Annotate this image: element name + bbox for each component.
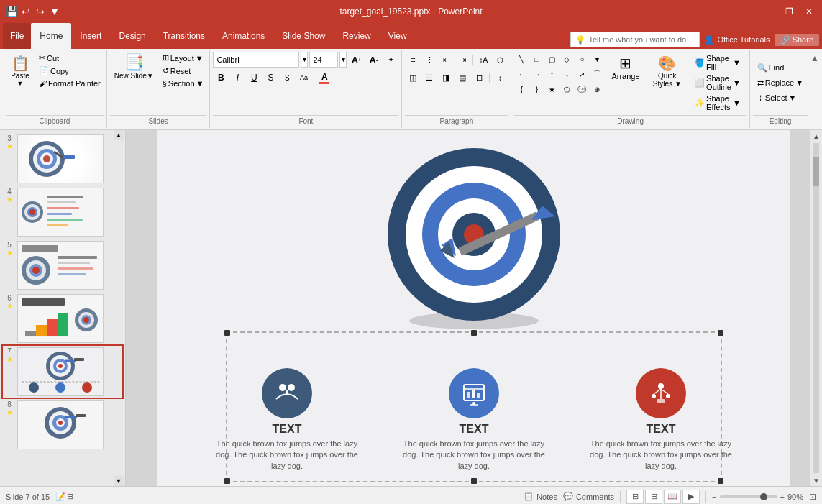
align-left-button[interactable]: ◫	[405, 70, 421, 86]
shape-arrow-right[interactable]: →	[529, 67, 544, 81]
slide-panel[interactable]: ▲ 3 ★ 4 ★	[0, 130, 126, 486]
minimize-button[interactable]: ─	[762, 4, 776, 19]
shape-brace-right[interactable]: }	[529, 82, 544, 96]
shape-star[interactable]: ★	[544, 82, 559, 96]
slide-item-5[interactable]: 5 ★	[3, 239, 122, 291]
line-spacing-button[interactable]: ↕	[492, 70, 508, 86]
slide-panel-scroll-up[interactable]: ▲	[114, 130, 124, 140]
layout-button[interactable]: ⊞ Layout ▼	[160, 52, 207, 64]
shape-diamond[interactable]: ◇	[560, 52, 574, 66]
decrease-font-button[interactable]: A-	[365, 52, 381, 68]
canvas-scroll-track[interactable]	[813, 143, 819, 473]
increase-font-button[interactable]: A+	[348, 52, 364, 68]
clear-format-button[interactable]: ✦	[383, 52, 398, 68]
fit-slide-button[interactable]: ⊡	[809, 492, 816, 502]
canvas-scroll-up[interactable]: ▲	[810, 130, 822, 142]
shape-rounded-rect[interactable]: ▢	[544, 52, 559, 66]
slide-item-6[interactable]: 6 ★	[3, 293, 122, 344]
font-name-dropdown[interactable]: ▼	[301, 52, 308, 68]
decrease-indent-button[interactable]: ⇤	[438, 52, 454, 68]
restore-button[interactable]: ❐	[782, 4, 796, 19]
convert-to-smartart-button[interactable]: ⬡	[492, 52, 508, 68]
tab-file[interactable]: File	[3, 23, 31, 49]
shape-pentagon[interactable]: ⬠	[560, 82, 574, 96]
canvas-scroll-down[interactable]: ▼	[810, 475, 822, 486]
quick-styles-button[interactable]: 🎨 Quick Styles ▼	[647, 52, 688, 91]
columns-button[interactable]: ⊟	[471, 70, 487, 86]
shape-more-dropdown[interactable]: ▼	[590, 52, 604, 66]
slideshow-button[interactable]: ▶	[682, 490, 700, 504]
shape-outline-button[interactable]: ⬜ Shape Outline ▼	[692, 73, 744, 92]
font-size-selector[interactable]: 24	[309, 52, 338, 68]
slide-item-8[interactable]: 8 ★	[3, 399, 122, 451]
section-button[interactable]: § Section ▼	[160, 78, 207, 89]
tab-transitions[interactable]: Transitions	[155, 23, 214, 49]
tab-insert[interactable]: Insert	[71, 23, 110, 49]
reading-view-button[interactable]: 📖	[664, 490, 681, 504]
share-button[interactable]: 🔗 Share	[775, 34, 819, 46]
cut-button[interactable]: ✂ Cut	[36, 52, 104, 64]
bold-button[interactable]: B	[213, 70, 229, 86]
save-icon[interactable]: 💾	[6, 6, 17, 17]
new-slide-button[interactable]: 📑 New Slide ▼	[110, 52, 158, 81]
numbering-button[interactable]: ⋮	[421, 52, 437, 68]
shape-rect[interactable]: □	[529, 52, 544, 66]
slide-canvas[interactable]: TEXT The quick brown fox jumps over the …	[157, 130, 790, 486]
zoom-in-button[interactable]: +	[780, 492, 785, 501]
tab-home[interactable]: Home	[31, 23, 71, 49]
font-name-selector[interactable]: Calibri	[213, 52, 299, 68]
office-tutorials[interactable]: 👤 Office Tutorials	[704, 35, 770, 45]
tab-view[interactable]: View	[380, 23, 416, 49]
shape-brace-left[interactable]: {	[514, 82, 529, 96]
slide-item-3[interactable]: 3 ★	[3, 133, 122, 185]
format-painter-button[interactable]: 🖌 Format Painter	[36, 78, 104, 89]
redo-icon[interactable]: ↪	[35, 6, 46, 17]
undo-icon[interactable]: ↩	[20, 6, 32, 17]
shape-arrow-up[interactable]: ↑	[544, 67, 559, 81]
shape-oval[interactable]: ○	[575, 52, 589, 66]
shape-arrow-down[interactable]: ↓	[560, 67, 574, 81]
normal-view-button[interactable]: ⊟	[626, 490, 644, 504]
italic-button[interactable]: I	[229, 70, 245, 86]
shape-effects-button[interactable]: ✨ Shape Effects ▼	[692, 93, 744, 112]
copy-button[interactable]: 📄 Copy	[36, 65, 104, 77]
font-case-button[interactable]: Aa	[296, 70, 311, 86]
notes-section-indicator[interactable]: 📝 ⊟	[55, 492, 73, 501]
comments-button[interactable]: 💬 Comments	[563, 492, 614, 501]
shadow-button[interactable]: S	[279, 70, 295, 86]
tab-design[interactable]: Design	[110, 23, 154, 49]
tab-slideshow[interactable]: Slide Show	[273, 23, 334, 49]
replace-button[interactable]: ⇄ Replace ▼	[753, 77, 808, 89]
zoom-control[interactable]: − + 90%	[712, 492, 803, 501]
arrange-button[interactable]: ⊞ Arrange	[606, 52, 645, 83]
slide-thumb-5[interactable]	[17, 241, 104, 290]
help-search[interactable]: 💡 Tell me what you want to do...	[570, 32, 700, 47]
notes-button[interactable]: 📋 Notes	[524, 492, 557, 501]
slide-thumb-8[interactable]	[17, 400, 104, 449]
slide-item-4[interactable]: 4 ★	[3, 186, 122, 238]
bullets-button[interactable]: ≡	[405, 52, 421, 68]
justify-button[interactable]: ▤	[455, 70, 470, 86]
slide-thumb-4[interactable]	[17, 188, 104, 237]
shape-arrow-left[interactable]: ←	[514, 67, 529, 81]
slide-thumb-7[interactable]	[17, 347, 104, 396]
slide-thumb-6[interactable]	[17, 294, 104, 343]
paste-button[interactable]: 📋 Paste ▼	[6, 52, 35, 90]
text-direction-button[interactable]: ↕A	[475, 52, 491, 68]
increase-indent-button[interactable]: ⇥	[455, 52, 470, 68]
zoom-slider-thumb[interactable]	[760, 493, 767, 500]
tab-review[interactable]: Review	[334, 23, 379, 49]
shape-curve[interactable]: ⌒	[590, 67, 604, 81]
align-center-button[interactable]: ☰	[421, 70, 437, 86]
canvas-scrollbar[interactable]: ▲ ▼	[810, 130, 822, 486]
find-button[interactable]: 🔍 Find	[753, 62, 788, 74]
underline-button[interactable]: U	[246, 70, 262, 86]
shape-arrow-bent[interactable]: ↗	[575, 67, 589, 81]
select-button[interactable]: ⊹ Select ▼	[753, 92, 800, 104]
slide-panel-scroll-down[interactable]: ▼	[114, 476, 124, 486]
shape-callout[interactable]: 💬	[575, 82, 589, 96]
customize-icon[interactable]: ▼	[49, 6, 60, 17]
ribbon-collapse-button[interactable]: ▲	[810, 50, 819, 128]
font-size-dropdown[interactable]: ▼	[339, 52, 347, 68]
zoom-slider[interactable]	[720, 495, 777, 498]
